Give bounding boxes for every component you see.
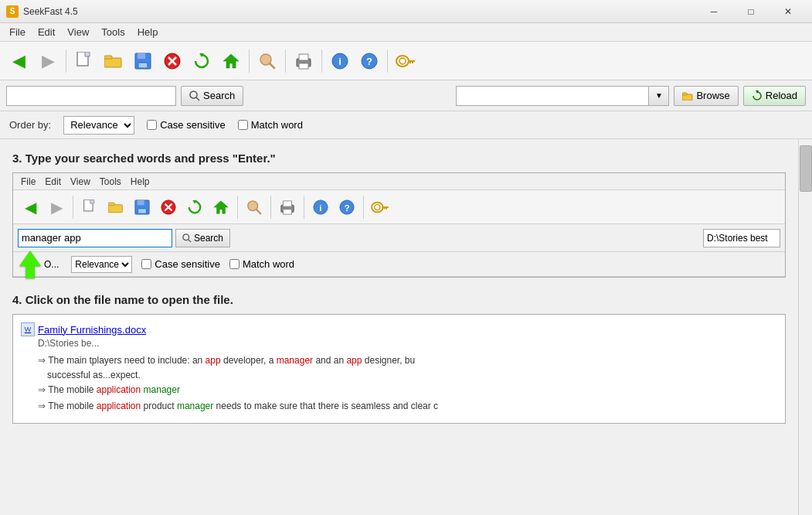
file-link[interactable]: W Family Furnishings.docx [21,322,777,336]
forward-button[interactable]: ▶ [34,47,62,75]
svg-rect-5 [138,63,148,68]
order-by-select[interactable]: Relevance [63,116,134,135]
inner-toolbar: ◀ ▶ [13,190,785,224]
toolbar-separator-1 [66,49,66,73]
inner-match-word-group: Match word [229,258,294,270]
inner-menu-tools[interactable]: Tools [95,176,126,188]
inner-search-tool-button[interactable] [242,195,267,220]
svg-rect-35 [138,208,147,213]
inner-stop-button[interactable] [156,195,181,220]
arrow-area: O... [19,251,59,278]
inner-sep5 [363,196,364,219]
svg-line-56 [189,239,191,241]
results-window: W Family Furnishings.docx D:\Stories be.… [12,314,786,424]
inner-info-button[interactable]: i [308,195,333,220]
inner-match-word-checkbox[interactable] [229,259,240,269]
inner-search-input[interactable] [18,229,172,247]
path-input[interactable] [456,86,649,106]
inner-forward-button[interactable]: ▶ [44,195,69,220]
save-button[interactable] [129,47,157,75]
inner-save-button[interactable] [130,195,155,220]
inner-back-button[interactable]: ◀ [18,195,42,220]
print-button[interactable] [290,47,318,75]
toolbar-separator-3 [285,49,286,73]
file-name[interactable]: Family Furnishings.docx [38,324,146,336]
inner-options-bar: O... Relevance Case sensitive Match word [13,252,785,277]
info-button[interactable]: i [326,47,354,75]
refresh-button[interactable] [188,47,216,75]
svg-rect-28 [682,93,687,95]
help-button[interactable]: ? [355,47,383,75]
search-button-label: Search [203,90,235,101]
back-button[interactable]: ◀ [5,47,32,75]
menu-edit[interactable]: Edit [32,25,61,39]
result-line-2: The mobile application manager [38,383,777,397]
browse-button[interactable]: Browse [674,86,738,106]
new-button[interactable] [70,47,98,75]
green-arrow-up [19,251,41,278]
inner-order-by-select[interactable]: Relevance [71,256,132,273]
scrollbar-thumb[interactable] [800,145,812,192]
file-path: D:\Stories be... [38,338,777,349]
inner-sep4 [304,196,304,219]
svg-marker-40 [214,200,228,213]
inner-help-button[interactable]: ? [335,195,359,220]
inner-path-display: D:\Stories best [703,229,780,247]
svg-point-50 [372,202,383,212]
svg-rect-4 [138,53,145,59]
close-button[interactable]: ✕ [770,0,806,23]
svg-text:i: i [338,56,341,67]
inner-search-button[interactable]: Search [175,229,230,247]
case-sensitive-group: Case sensitive [147,119,226,131]
search-tool-button[interactable] [253,47,281,75]
case-sensitive-checkbox[interactable] [147,120,157,130]
browse-button-label: Browse [696,90,729,101]
svg-point-21 [399,58,406,64]
open-button[interactable] [100,47,127,75]
inner-menu-file[interactable]: File [16,176,40,188]
inner-sep3 [270,196,271,219]
inner-open-button[interactable] [104,195,128,220]
minimize-button[interactable]: ─ [696,0,732,23]
menu-help[interactable]: Help [131,25,165,39]
stop-button[interactable] [158,47,186,75]
highlight-manager-3: manager [177,401,213,411]
inner-refresh-button[interactable] [182,195,207,220]
inner-key-button[interactable] [368,195,392,220]
path-dropdown-button[interactable]: ▼ [649,86,669,106]
svg-rect-14 [299,54,308,60]
match-word-checkbox[interactable] [238,120,248,130]
inner-new-button[interactable] [77,195,102,220]
inner-menu-help[interactable]: Help [126,176,155,188]
inner-case-sensitive-checkbox[interactable] [141,259,151,269]
svg-text:i: i [319,202,321,213]
svg-rect-2 [104,56,112,59]
reload-button[interactable]: Reload [743,86,806,106]
inner-sep2 [237,196,238,219]
menu-tools[interactable]: Tools [95,25,131,39]
menu-bar: File Edit View Tools Help [0,23,812,42]
inner-print-button[interactable] [275,195,300,220]
inner-menu-edit[interactable]: Edit [40,176,66,188]
maximize-button[interactable]: □ [733,0,769,23]
highlight-app-2: app [346,355,362,366]
inner-window: File Edit View Tools Help ◀ ▶ [12,172,786,278]
svg-point-51 [375,204,380,210]
menu-view[interactable]: View [61,25,95,39]
options-bar: Order by: Relevance Case sensitive Match… [0,111,812,139]
step3-heading: 3. Type your searched words and press "E… [12,152,786,165]
inner-menu-view[interactable]: View [66,176,95,188]
key-button[interactable] [392,47,420,75]
home-button[interactable] [217,47,245,75]
path-combo: ▼ [456,86,669,106]
main-search-button[interactable]: Search [181,86,243,106]
case-sensitive-label: Case sensitive [160,119,226,131]
svg-point-25 [190,91,197,98]
main-search-input[interactable] [6,86,176,106]
step4-heading: 4. Click on the file name to open the fi… [12,293,786,306]
svg-rect-45 [284,209,292,213]
inner-home-button[interactable] [209,195,233,220]
order-label-inner: O... [44,259,59,270]
menu-file[interactable]: File [3,25,32,39]
toolbar-separator-4 [321,49,322,73]
